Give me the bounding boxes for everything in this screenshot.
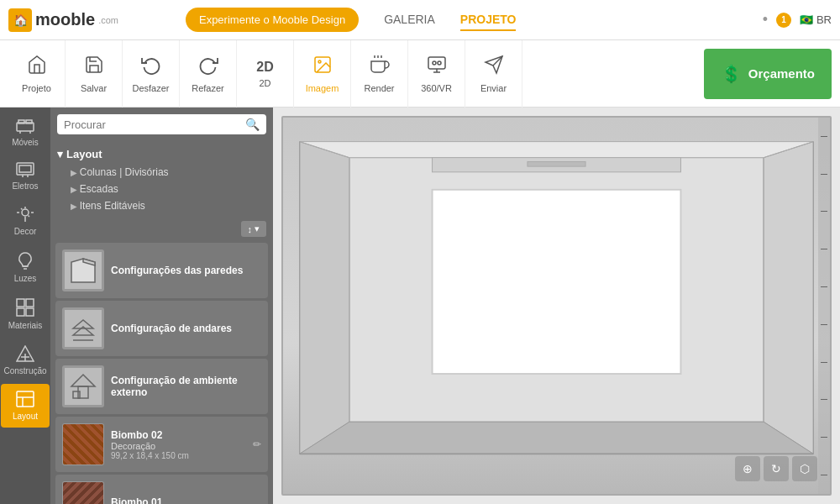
flag-button[interactable]: 🇧🇷 BR [800, 13, 832, 26]
sidebar-item-construcao[interactable]: Construção [1, 339, 50, 382]
nav-3d-button[interactable]: ⬡ [792, 456, 817, 481]
toolbar-360vr-label: 360/VR [421, 83, 452, 93]
list-item[interactable]: Configurações das paredes [55, 243, 268, 298]
ruler-mark [821, 249, 827, 249]
toolbar-imagem[interactable]: Imagem [294, 40, 351, 108]
projeto-icon [27, 55, 47, 80]
search-icon[interactable]: 🔍 [245, 118, 260, 131]
item-info: Configurações das paredes [111, 265, 261, 276]
svg-rect-31 [26, 308, 34, 316]
sidebar-item-eletros[interactable]: Eletros [1, 155, 50, 197]
layout-icon [16, 391, 34, 409]
nav-tab-projeto[interactable]: PROJETO [460, 9, 517, 31]
nav-rotate-button[interactable]: ↻ [764, 456, 789, 481]
item-info: Biombo 02 Decoração 99,2 x 18,4 x 150 cm [111, 429, 246, 460]
sidebar: Móveis Eletros Decor Lu [0, 108, 50, 504]
toolbar: Projeto Salvar Desfazer Refazer 2D 2D [0, 40, 840, 108]
2d-icon: 2D [256, 60, 273, 75]
sidebar-moveis-label: Móveis [12, 138, 39, 147]
tree-header: ▾ Layout [57, 144, 266, 164]
item-list: Configurações das paredes Configuração d… [50, 240, 273, 504]
sort-button[interactable]: ↕ ▾ [241, 221, 267, 237]
tree-item-escadas[interactable]: ▶ Escadas [57, 181, 266, 197]
sidebar-item-layout[interactable]: Layout [1, 384, 50, 428]
ruler-mark [821, 174, 827, 175]
header-right: • 1 🇧🇷 BR [763, 11, 832, 29]
ruler-mark [821, 475, 827, 475]
chevron-down-icon: ▾ [57, 148, 63, 160]
svg-rect-35 [17, 391, 34, 407]
toolbar-desfazer[interactable]: Desfazer [123, 40, 180, 108]
edit-icon[interactable]: ✏ [253, 438, 261, 450]
item-sub: Decoração [111, 441, 246, 451]
toolbar-360vr[interactable]: 360/VR [408, 40, 465, 108]
tree-section: ▾ Layout ▶ Colunas | Divisórias ▶ Escada… [50, 141, 273, 218]
item-name: Configurações das paredes [111, 265, 261, 276]
toolbar-refazer[interactable]: Refazer [180, 40, 237, 108]
canvas-area[interactable]: ⊕ ↻ ⬡ [273, 108, 840, 504]
luzes-icon [17, 251, 34, 271]
svg-point-1 [318, 60, 321, 63]
nav-tab-galeria[interactable]: GALERIA [384, 9, 435, 31]
salvar-icon [84, 55, 104, 80]
arrow-icon: ▶ [71, 168, 80, 177]
toolbar-render-label: Render [364, 83, 394, 93]
nav-controls: ⊕ ↻ ⬡ [735, 456, 817, 481]
item-name: Configuração de andares [111, 323, 261, 334]
panel: 🔍 ▾ Layout ▶ Colunas | Divisórias ▶ Esca… [50, 108, 273, 504]
svg-point-6 [433, 61, 436, 65]
experiment-button[interactable]: Experimente o Mooble Design [186, 8, 359, 32]
tree-item-label: Escadas [80, 183, 118, 195]
desfazer-icon [141, 55, 161, 80]
ruler-mark [821, 399, 827, 400]
toolbar-projeto[interactable]: Projeto [8, 40, 66, 108]
tree-item-colunas[interactable]: ▶ Colunas | Divisórias [57, 164, 266, 181]
list-item[interactable]: Biombo 02 Decoração 99,2 x 18,4 x 150 cm… [55, 417, 268, 472]
nav-tabs: GALERIA PROJETO [384, 9, 516, 31]
item-thumbnail [62, 365, 104, 407]
tree-item-label: Itens Editáveis [80, 200, 145, 212]
sidebar-item-materiais[interactable]: Materiais [1, 291, 50, 337]
sidebar-layout-label: Layout [13, 412, 38, 421]
item-name: Biombo 01 [111, 496, 261, 504]
sidebar-eletros-label: Eletros [12, 181, 38, 191]
ruler-mark [821, 437, 827, 438]
svg-rect-16 [19, 165, 31, 172]
item-size: 99,2 x 18,4 x 150 cm [111, 451, 246, 460]
toolbar-enviar[interactable]: Enviar [465, 40, 522, 108]
toolbar-imagem-label: Imagem [306, 83, 339, 93]
toolbar-refazer-label: Refazer [192, 83, 224, 93]
enviar-icon [484, 55, 504, 80]
sidebar-luzes-label: Luzes [14, 274, 37, 283]
item-info: Configuração de ambiente externo [111, 375, 261, 398]
room-3d [283, 118, 830, 494]
list-item[interactable]: Biombo 01 [55, 475, 268, 504]
svg-rect-14 [26, 120, 32, 123]
item-info: Biombo 01 [111, 496, 261, 504]
tree-item-editaveis[interactable]: ▶ Itens Editáveis [57, 197, 266, 214]
sidebar-item-luzes[interactable]: Luzes [1, 244, 50, 290]
toolbar-2d-label: 2D [259, 78, 270, 88]
logo: 🏠 mooble .com [8, 8, 118, 32]
svg-marker-50 [300, 422, 814, 454]
render-icon [370, 55, 390, 80]
orcamento-icon: 💲 [721, 64, 742, 84]
toolbar-salvar[interactable]: Salvar [66, 40, 123, 108]
search-bar[interactable]: 🔍 [57, 114, 266, 134]
orcamento-button[interactable]: 💲 Orçamento [704, 49, 832, 99]
sidebar-item-moveis[interactable]: Móveis [1, 112, 50, 154]
list-item[interactable]: Configuração de ambiente externo [55, 359, 268, 414]
nav-move-button[interactable]: ⊕ [735, 456, 760, 481]
flag-icon: 🇧🇷 [800, 13, 813, 26]
search-input[interactable] [64, 118, 240, 131]
toolbar-render[interactable]: Render [351, 40, 408, 108]
toolbar-2d[interactable]: 2D 2D [237, 40, 294, 108]
sidebar-item-decor[interactable]: Decor [1, 199, 50, 243]
list-item[interactable]: Configuração de andares [55, 301, 268, 356]
item-name: Biombo 02 [111, 429, 246, 441]
imagem-icon [312, 55, 333, 80]
decor-icon [16, 206, 34, 224]
main-area: Móveis Eletros Decor Lu [0, 108, 840, 504]
svg-rect-13 [18, 120, 24, 123]
sort-label: ▾ [255, 223, 260, 234]
